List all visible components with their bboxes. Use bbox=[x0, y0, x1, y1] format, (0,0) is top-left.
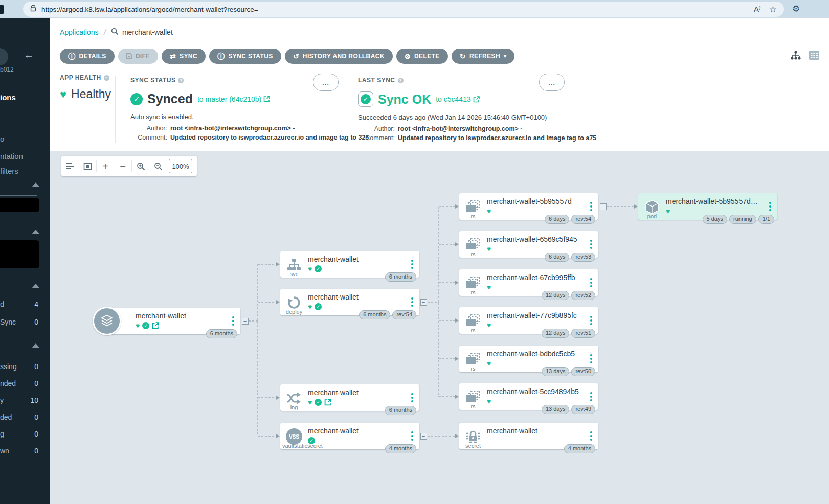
node-menu-button[interactable] bbox=[410, 296, 415, 308]
external-link-icon[interactable] bbox=[152, 322, 159, 329]
breadcrumb-current[interactable]: merchant-wallet bbox=[122, 28, 173, 36]
filter-label[interactable]: nded bbox=[0, 379, 16, 387]
filter-label[interactable]: wn bbox=[0, 447, 9, 455]
filter-label[interactable]: ssing bbox=[0, 362, 17, 371]
last-sync-menu-button[interactable]: ... bbox=[539, 74, 565, 91]
read-aloud-icon[interactable]: A⁾ bbox=[754, 5, 761, 14]
node-menu-button[interactable] bbox=[231, 315, 236, 327]
collapse-sidebar-icon[interactable]: ← bbox=[24, 49, 34, 61]
resource-node-rs[interactable]: merchant-wallet-bdbdc5cb5♥rs13 daysrev:5… bbox=[459, 346, 598, 372]
resource-badge: 12 days bbox=[542, 291, 570, 300]
succeeded-note: Succeeded 6 days ago (Wed Jan 14 2026 15… bbox=[358, 113, 583, 121]
svg-text:VSS: VSS bbox=[289, 434, 299, 440]
sync-target-text: to master (64c210b) bbox=[197, 95, 261, 103]
author-value: root <infra-bot@interswitchgroup.com> - bbox=[398, 125, 596, 132]
filters-heading: filters bbox=[0, 167, 18, 175]
sync-status-menu-button[interactable]: ... bbox=[313, 74, 339, 91]
favorite-star-icon[interactable]: ☆ bbox=[769, 4, 777, 15]
url-text[interactable]: https://argocd.k8.isw.la/applications/ar… bbox=[41, 6, 754, 13]
diff-button[interactable]: DIFF bbox=[118, 49, 158, 64]
help-icon[interactable] bbox=[178, 78, 184, 83]
fit-to-screen-icon[interactable] bbox=[79, 163, 96, 170]
resource-kind-label: rs bbox=[459, 365, 487, 372]
help-icon[interactable] bbox=[398, 78, 404, 83]
author-label: Author: bbox=[130, 125, 167, 132]
sidebar-item-fragment[interactable]: o bbox=[0, 134, 4, 143]
healthy-heart-icon: ♥ bbox=[60, 88, 66, 101]
filter-label[interactable]: y bbox=[0, 396, 4, 404]
node-menu-button[interactable] bbox=[589, 200, 594, 213]
zoom-in-plus-icon[interactable]: + bbox=[97, 161, 114, 172]
sidebar-item-documentation[interactable]: ntation bbox=[0, 152, 23, 161]
resource-node-rs[interactable]: merchant-wallet-6569c5f945♥rs6 daysrev:5… bbox=[459, 231, 598, 258]
redacted-filter-chip[interactable] bbox=[0, 198, 39, 212]
zoom-out-minus-icon[interactable]: − bbox=[114, 161, 131, 172]
filter-label[interactable]: Sync bbox=[0, 318, 16, 326]
resource-node-ing[interactable]: merchant-wallet♥✓ing6 months bbox=[280, 384, 419, 411]
resource-node-rs[interactable]: merchant-wallet-5b95557d♥rs6 daysrev:54 bbox=[459, 193, 598, 220]
node-menu-button[interactable] bbox=[589, 314, 594, 327]
help-icon[interactable] bbox=[104, 75, 109, 81]
collapse-children-button[interactable] bbox=[420, 299, 427, 306]
node-menu-button[interactable] bbox=[589, 238, 594, 250]
node-menu-button[interactable] bbox=[410, 430, 415, 442]
resource-node-secret[interactable]: merchant-walletsecret4 months bbox=[459, 423, 598, 449]
filter-label[interactable]: d bbox=[0, 300, 4, 308]
resource-node-pod[interactable]: merchant-wallet-5b95557d-g...♥pod5 daysr… bbox=[638, 193, 777, 220]
sync-ok-check-icon: ✓ bbox=[358, 91, 373, 107]
collapse-section-icon[interactable] bbox=[32, 284, 40, 288]
magnifier-minus-icon[interactable] bbox=[149, 162, 167, 171]
browser-settings-icon[interactable]: ⚙ bbox=[792, 4, 800, 14]
node-menu-button[interactable] bbox=[410, 258, 415, 270]
search-icon[interactable] bbox=[111, 28, 119, 37]
collapse-section-icon[interactable] bbox=[32, 230, 40, 234]
collapse-children-button[interactable] bbox=[242, 318, 249, 325]
history-rollback-button[interactable]: ↺ HISTORY AND ROLLBACK bbox=[285, 49, 393, 64]
grid-view-icon[interactable] bbox=[809, 50, 820, 62]
healthy-heart-icon: ♥ bbox=[487, 322, 491, 329]
breadcrumb: Applications / merchant-wallet APPLICA bbox=[50, 18, 829, 47]
node-menu-button[interactable] bbox=[410, 392, 415, 404]
redacted-filter-chip[interactable] bbox=[0, 240, 39, 268]
details-button[interactable]: ⓘ DETAILS bbox=[60, 49, 115, 64]
resource-node-svc[interactable]: merchant-wallet♥✓svc6 months bbox=[280, 251, 419, 278]
collapse-children-button[interactable] bbox=[420, 433, 427, 440]
layout-list-icon[interactable] bbox=[61, 163, 79, 170]
application-icon[interactable] bbox=[93, 307, 121, 335]
node-menu-button[interactable] bbox=[768, 200, 773, 213]
node-menu-button[interactable] bbox=[589, 430, 594, 442]
resource-name: merchant-wallet bbox=[136, 312, 229, 320]
filter-label[interactable]: ded bbox=[0, 413, 12, 421]
sync-status-button[interactable]: ⓘ SYNC STATUS bbox=[209, 49, 281, 64]
node-menu-button[interactable] bbox=[589, 391, 594, 403]
browser-chrome: https://argocd.k8.isw.la/applications/ar… bbox=[0, 0, 829, 18]
node-menu-button[interactable] bbox=[589, 277, 594, 289]
resource-node-vss[interactable]: VSSmerchant-wallet✓vaultstaticsecret4 mo… bbox=[280, 423, 419, 449]
synced-check-icon: ✓ bbox=[315, 399, 322, 406]
sidebar-item-applications[interactable]: ions bbox=[0, 93, 16, 102]
resource-node-rs[interactable]: merchant-wallet-5cc94894b5♥rs13 daysrev:… bbox=[459, 383, 598, 410]
collapse-section-icon[interactable] bbox=[32, 343, 40, 348]
resource-node-rs[interactable]: merchant-wallet-67cb995ffb♥rs12 daysrev:… bbox=[459, 269, 598, 296]
last-sync-target-link[interactable]: to c5c4413 bbox=[436, 95, 480, 103]
collapse-section-icon[interactable] bbox=[32, 182, 40, 187]
collapse-children-button[interactable] bbox=[600, 203, 607, 210]
resource-node-rs[interactable]: merchant-wallet-77c9b895fc♥rs12 daysrev:… bbox=[459, 307, 598, 334]
external-link-icon[interactable] bbox=[324, 399, 331, 406]
resource-node-application[interactable]: merchant-wallet♥✓6 months bbox=[105, 308, 240, 334]
healthy-heart-icon: ♥ bbox=[487, 208, 491, 215]
node-menu-button[interactable] bbox=[589, 353, 594, 365]
filter-label[interactable]: g bbox=[0, 430, 4, 438]
resource-node-deploy[interactable]: merchant-wallet♥✓deploy6 monthsrev:54 bbox=[280, 289, 419, 315]
delete-button[interactable]: ⊗ DELETE bbox=[396, 49, 448, 64]
address-bar[interactable]: https://argocd.k8.isw.la/applications/ar… bbox=[23, 2, 784, 17]
breadcrumb-applications-link[interactable]: Applications bbox=[60, 28, 99, 36]
resource-name: merchant-wallet-77c9b895fc bbox=[487, 311, 580, 319]
zoom-level-input[interactable]: 100% bbox=[169, 159, 192, 173]
sync-target-link[interactable]: to master (64c210b) bbox=[197, 95, 270, 103]
sync-button[interactable]: ⇄ SYNC bbox=[162, 49, 206, 64]
refresh-button[interactable]: ↻ REFRESH ▾ bbox=[452, 49, 515, 64]
tree-view-icon[interactable] bbox=[790, 50, 801, 62]
sync-button-label: SYNC bbox=[180, 53, 197, 60]
magnifier-plus-icon[interactable] bbox=[132, 162, 149, 171]
